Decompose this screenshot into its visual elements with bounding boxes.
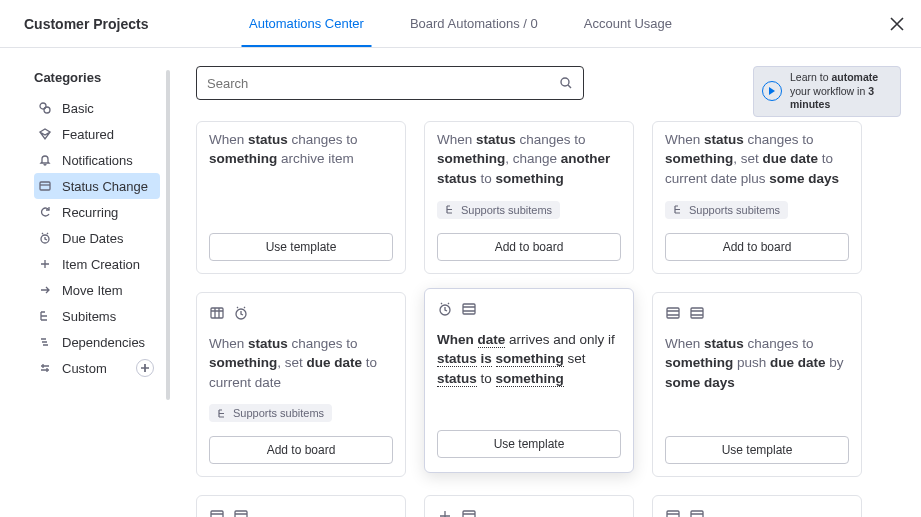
subitems-icon (38, 309, 52, 323)
sidebar-item-featured[interactable]: Featured (34, 121, 160, 147)
search-field[interactable] (196, 66, 584, 100)
sidebar-item-notifications[interactable]: Notifications (34, 147, 160, 173)
status-icon (38, 179, 52, 193)
sidebar-item-move-item[interactable]: Move Item (34, 277, 160, 303)
status-icon (689, 508, 705, 517)
svg-rect-9 (667, 308, 679, 318)
play-icon (762, 81, 782, 101)
sidebar-item-label: Dependencies (62, 335, 145, 350)
dependencies-icon (38, 335, 52, 349)
svg-rect-2 (40, 182, 50, 190)
add-to-board-button[interactable]: Add to board (665, 233, 849, 261)
automation-card: When status changes to something archive… (196, 121, 406, 274)
card-icons (209, 305, 393, 324)
search-input[interactable] (207, 76, 551, 91)
header: Customer Projects Automations Center Boa… (0, 0, 921, 48)
card-text: When status changes to something, set du… (665, 122, 849, 189)
arrow-right-icon (38, 283, 52, 297)
plus-icon (437, 508, 453, 517)
sidebar-item-label: Due Dates (62, 231, 123, 246)
tabs: Automations Center Board Automations / 0… (249, 0, 672, 47)
featured-icon (38, 127, 52, 141)
card-icons (665, 305, 849, 324)
card-icons (437, 508, 621, 517)
sidebar-item-label: Recurring (62, 205, 118, 220)
card-text: When status changes to something, change… (437, 122, 621, 189)
sidebar-item-label: Custom (62, 361, 107, 376)
sidebar-item-dependencies[interactable]: Dependencies (34, 329, 160, 355)
card-icons (209, 508, 393, 517)
card-icons (437, 301, 621, 320)
add-to-board-button[interactable]: Add to board (437, 233, 621, 261)
card-text: When status changes to something push du… (665, 334, 849, 393)
learn-text: Learn to automate your workflow in 3 min… (790, 71, 892, 112)
status-icon (665, 305, 681, 324)
automation-card: When date arrives and only if status is … (424, 288, 634, 474)
sidebar: Categories Basic Featured Notifications … (0, 48, 174, 517)
use-template-button[interactable]: Use template (665, 436, 849, 464)
sidebar-item-label: Subitems (62, 309, 116, 324)
sidebar-item-basic[interactable]: Basic (34, 95, 160, 121)
bell-icon (38, 153, 52, 167)
recurring-icon (38, 205, 52, 219)
basic-icon (38, 101, 52, 115)
clock-icon (437, 301, 453, 320)
svg-rect-5 (211, 308, 223, 318)
page-title: Customer Projects (24, 16, 224, 32)
search-icon (559, 76, 573, 90)
svg-point-1 (44, 107, 50, 113)
status-icon (461, 301, 477, 320)
add-to-board-button[interactable]: Add to board (209, 436, 393, 464)
status-icon (209, 508, 225, 517)
sidebar-item-status-change[interactable]: Status Change (34, 173, 160, 199)
custom-icon (38, 361, 52, 375)
sidebar-title: Categories (34, 70, 160, 85)
svg-point-4 (561, 78, 569, 86)
close-icon[interactable] (887, 14, 907, 34)
sidebar-scrollbar[interactable] (166, 70, 170, 400)
tab-board-automations[interactable]: Board Automations / 0 (410, 0, 538, 47)
sidebar-item-due-dates[interactable]: Due Dates (34, 225, 160, 251)
use-template-button[interactable]: Use template (437, 430, 621, 458)
status-icon (689, 305, 705, 324)
automation-card: When status changes to something, change… (424, 121, 634, 274)
sidebar-item-custom[interactable]: Custom (34, 355, 160, 381)
add-custom-icon[interactable] (136, 359, 154, 377)
status-icon (461, 508, 477, 517)
automation-card: When status changes to something, set du… (652, 121, 862, 274)
automation-card (424, 495, 634, 517)
sidebar-item-subitems[interactable]: Subitems (34, 303, 160, 329)
status-icon (233, 508, 249, 517)
sidebar-item-label: Move Item (62, 283, 123, 298)
supports-subitems-tag: Supports subitems (437, 201, 560, 219)
automation-card (652, 495, 862, 517)
sidebar-item-label: Item Creation (62, 257, 140, 272)
tab-automations-center[interactable]: Automations Center (249, 0, 364, 47)
automation-card: When status changes to something push du… (652, 292, 862, 478)
sidebar-item-recurring[interactable]: Recurring (34, 199, 160, 225)
learn-banner[interactable]: Learn to automate your workflow in 3 min… (753, 66, 901, 117)
supports-subitems-tag: Supports subitems (665, 201, 788, 219)
sidebar-item-label: Basic (62, 101, 94, 116)
sidebar-item-item-creation[interactable]: Item Creation (34, 251, 160, 277)
automation-card: When status changes to something, set du… (196, 292, 406, 478)
tab-account-usage[interactable]: Account Usage (584, 0, 672, 47)
card-text: When date arrives and only if status is … (437, 330, 621, 389)
card-text: When status changes to something, set du… (209, 334, 393, 393)
plus-icon (38, 257, 52, 271)
svg-rect-10 (691, 308, 703, 318)
status-icon (209, 305, 225, 324)
sidebar-item-label: Notifications (62, 153, 133, 168)
sidebar-item-label: Status Change (62, 179, 148, 194)
card-icons (665, 508, 849, 517)
sidebar-item-label: Featured (62, 127, 114, 142)
automation-card (196, 495, 406, 517)
svg-rect-8 (463, 304, 475, 314)
clock-icon (233, 305, 249, 324)
card-text: When status changes to something archive… (209, 122, 393, 169)
supports-subitems-tag: Supports subitems (209, 404, 332, 422)
main: Learn to automate your workflow in 3 min… (174, 48, 921, 517)
use-template-button[interactable]: Use template (209, 233, 393, 261)
clock-icon (38, 231, 52, 245)
status-icon (665, 508, 681, 517)
